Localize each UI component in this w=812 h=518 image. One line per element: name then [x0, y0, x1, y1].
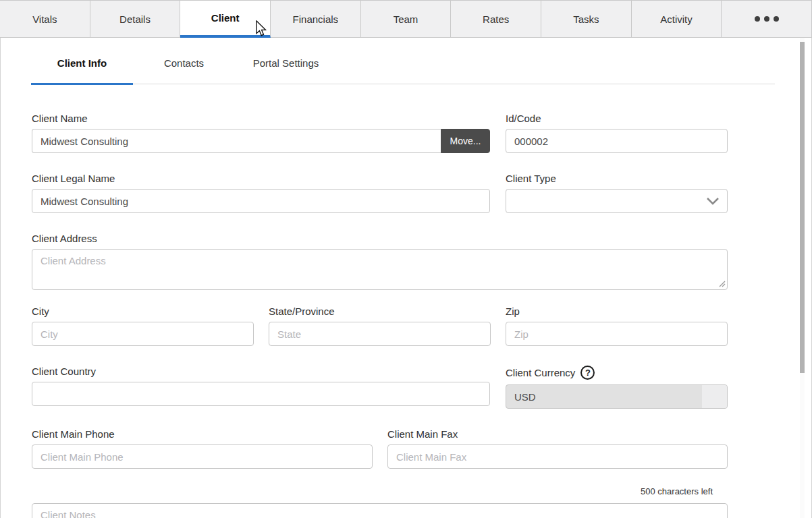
client-address-field-group: Client Address — [32, 233, 728, 290]
client-main-fax-label: Client Main Fax — [387, 428, 728, 440]
client-legal-name-label: Client Legal Name — [32, 173, 490, 184]
sub-tab-bar: Client Info Contacts Portal Settings — [31, 38, 775, 84]
zip-field-group: Zip — [506, 306, 728, 346]
id-code-input[interactable] — [506, 129, 728, 153]
client-main-phone-field-group: Client Main Phone — [32, 428, 373, 469]
ellipsis-icon — [755, 16, 779, 22]
city-label: City — [32, 306, 254, 317]
client-type-select[interactable] — [506, 189, 728, 213]
zip-input[interactable] — [506, 322, 728, 346]
tab-client[interactable]: Client — [180, 1, 271, 38]
client-currency-label: Client Currency — [506, 367, 575, 378]
subtab-contacts[interactable]: Contacts — [133, 38, 235, 84]
client-notes-textarea[interactable] — [32, 503, 728, 518]
client-country-input[interactable] — [32, 382, 490, 406]
client-name-field-group: Client Name Move... — [32, 113, 490, 153]
client-country-field-group: Client Country — [32, 366, 490, 409]
tab-team[interactable]: Team — [361, 1, 452, 38]
state-province-label: State/Province — [269, 306, 491, 317]
client-name-input[interactable] — [32, 129, 441, 153]
client-country-label: Client Country — [32, 366, 490, 377]
client-screen: Vitals Details Client Financials Team Ra… — [0, 0, 812, 518]
id-code-field-group: Id/Code — [506, 113, 728, 153]
state-province-field-group: State/Province — [269, 306, 491, 346]
client-main-fax-input[interactable] — [387, 444, 728, 469]
main-tab-bar: Vitals Details Client Financials Team Ra… — [0, 0, 812, 38]
client-main-phone-label: Client Main Phone — [32, 428, 373, 440]
client-type-label: Client Type — [506, 173, 728, 184]
client-panel: Client Info Contacts Portal Settings Cli… — [0, 38, 812, 518]
client-address-textarea[interactable] — [32, 249, 728, 290]
chevron-down-icon — [706, 197, 720, 205]
id-code-label: Id/Code — [506, 113, 728, 124]
subtab-portal-settings[interactable]: Portal Settings — [235, 38, 337, 84]
subtab-client-info[interactable]: Client Info — [31, 38, 133, 85]
client-currency-value: USD — [514, 391, 536, 403]
zip-label: Zip — [506, 306, 728, 317]
client-info-form: Client Name Move... Id/Code Client Legal… — [32, 113, 728, 518]
tab-tasks[interactable]: Tasks — [541, 1, 632, 38]
move-button[interactable]: Move... — [441, 129, 490, 153]
client-currency-input-disabled: USD — [506, 384, 728, 409]
client-address-label: Client Address — [32, 233, 728, 244]
tab-rates[interactable]: Rates — [451, 1, 541, 38]
scrollbar-track[interactable] — [800, 38, 805, 518]
city-input[interactable] — [32, 322, 254, 346]
tab-activity[interactable]: Activity — [632, 1, 722, 38]
tab-overflow[interactable] — [722, 1, 812, 38]
state-province-input[interactable] — [269, 322, 491, 346]
client-legal-name-field-group: Client Legal Name — [32, 173, 490, 213]
client-name-label: Client Name — [32, 113, 490, 124]
client-main-phone-input[interactable] — [32, 444, 373, 469]
tab-financials[interactable]: Financials — [271, 1, 361, 38]
tab-details[interactable]: Details — [90, 1, 181, 38]
characters-left-counter: 500 characters left — [32, 486, 728, 496]
client-main-fax-field-group: Client Main Fax — [387, 428, 728, 469]
city-field-group: City — [32, 306, 254, 346]
tab-vitals[interactable]: Vitals — [0, 1, 90, 38]
question-mark-icon[interactable]: ? — [580, 366, 595, 380]
client-currency-field-group: Client Currency ? USD — [506, 366, 728, 409]
client-legal-name-input[interactable] — [32, 189, 490, 213]
scrollbar-thumb[interactable] — [800, 42, 805, 373]
client-type-field-group: Client Type — [506, 173, 728, 213]
